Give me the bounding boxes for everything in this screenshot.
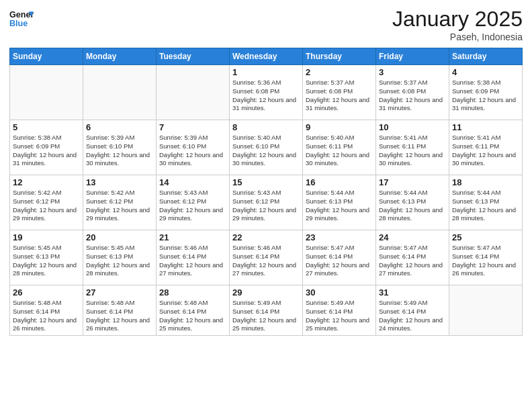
table-row: 23Sunrise: 5:47 AM Sunset: 6:14 PM Dayli… [303,230,376,285]
day-number: 19 [13,232,80,242]
day-number: 7 [159,122,226,132]
day-info: Sunrise: 5:43 AM Sunset: 6:12 PM Dayligh… [232,189,300,223]
day-info: Sunrise: 5:41 AM Sunset: 6:11 PM Dayligh… [452,134,519,168]
day-info: Sunrise: 5:46 AM Sunset: 6:14 PM Dayligh… [232,244,300,278]
calendar-week-4: 19Sunrise: 5:45 AM Sunset: 6:13 PM Dayli… [10,230,523,285]
header: General Blue January 2025 Paseh, Indones… [9,7,523,42]
day-number: 17 [379,177,446,187]
day-info: Sunrise: 5:37 AM Sunset: 6:08 PM Dayligh… [379,79,446,113]
day-number: 6 [86,122,153,132]
table-row: 27Sunrise: 5:48 AM Sunset: 6:14 PM Dayli… [83,285,157,336]
table-row: 3Sunrise: 5:37 AM Sunset: 6:08 PM Daylig… [376,65,449,120]
day-info: Sunrise: 5:48 AM Sunset: 6:14 PM Dayligh… [13,299,80,333]
svg-text:Blue: Blue [9,19,28,28]
day-number: 27 [86,287,153,298]
table-row: 16Sunrise: 5:44 AM Sunset: 6:13 PM Dayli… [303,175,376,230]
table-row [83,65,157,120]
day-info: Sunrise: 5:36 AM Sunset: 6:08 PM Dayligh… [232,79,300,113]
day-info: Sunrise: 5:42 AM Sunset: 6:12 PM Dayligh… [86,189,153,223]
table-row: 20Sunrise: 5:45 AM Sunset: 6:13 PM Dayli… [83,230,157,285]
col-friday: Friday [376,48,449,65]
day-number: 25 [452,232,519,242]
table-row: 17Sunrise: 5:44 AM Sunset: 6:13 PM Dayli… [376,175,449,230]
location: Paseh, Indonesia [392,32,523,42]
title-section: January 2025 Paseh, Indonesia [392,7,523,42]
day-info: Sunrise: 5:47 AM Sunset: 6:14 PM Dayligh… [379,244,446,278]
calendar-week-3: 12Sunrise: 5:42 AM Sunset: 6:12 PM Dayli… [10,175,523,230]
header-row: Sunday Monday Tuesday Wednesday Thursday… [10,48,523,65]
day-info: Sunrise: 5:39 AM Sunset: 6:10 PM Dayligh… [159,134,226,168]
col-tuesday: Tuesday [157,48,230,65]
day-info: Sunrise: 5:44 AM Sunset: 6:13 PM Dayligh… [306,189,373,223]
day-number: 3 [379,67,446,77]
table-row: 10Sunrise: 5:41 AM Sunset: 6:11 PM Dayli… [376,120,449,175]
day-number: 4 [452,67,519,77]
day-number: 20 [86,232,153,242]
day-number: 10 [379,122,446,132]
day-info: Sunrise: 5:49 AM Sunset: 6:14 PM Dayligh… [306,299,373,333]
calendar: Sunday Monday Tuesday Wednesday Thursday… [9,48,523,336]
table-row: 18Sunrise: 5:44 AM Sunset: 6:13 PM Dayli… [449,175,523,230]
day-info: Sunrise: 5:40 AM Sunset: 6:10 PM Dayligh… [232,134,300,168]
day-number: 1 [232,67,300,77]
day-number: 11 [452,122,519,132]
day-info: Sunrise: 5:43 AM Sunset: 6:12 PM Dayligh… [159,189,226,223]
table-row: 19Sunrise: 5:45 AM Sunset: 6:13 PM Dayli… [10,230,83,285]
col-wednesday: Wednesday [230,48,303,65]
table-row: 6Sunrise: 5:39 AM Sunset: 6:10 PM Daylig… [83,120,157,175]
table-row: 15Sunrise: 5:43 AM Sunset: 6:12 PM Dayli… [230,175,303,230]
table-row: 2Sunrise: 5:37 AM Sunset: 6:08 PM Daylig… [303,65,376,120]
day-number: 24 [379,232,446,242]
day-info: Sunrise: 5:47 AM Sunset: 6:14 PM Dayligh… [306,244,373,278]
col-monday: Monday [83,48,157,65]
day-info: Sunrise: 5:37 AM Sunset: 6:08 PM Dayligh… [306,79,373,113]
table-row: 21Sunrise: 5:46 AM Sunset: 6:14 PM Dayli… [157,230,230,285]
day-number: 12 [13,177,80,187]
day-number: 26 [13,287,80,298]
table-row [10,65,83,120]
day-number: 31 [379,287,446,298]
day-number: 5 [13,122,80,132]
calendar-week-2: 5Sunrise: 5:38 AM Sunset: 6:09 PM Daylig… [10,120,523,175]
logo-icon: General Blue [9,7,34,31]
day-number: 30 [306,287,373,298]
day-number: 29 [232,287,300,298]
calendar-week-5: 26Sunrise: 5:48 AM Sunset: 6:14 PM Dayli… [10,285,523,336]
table-row: 26Sunrise: 5:48 AM Sunset: 6:14 PM Dayli… [10,285,83,336]
table-row: 30Sunrise: 5:49 AM Sunset: 6:14 PM Dayli… [303,285,376,336]
table-row: 4Sunrise: 5:38 AM Sunset: 6:09 PM Daylig… [449,65,523,120]
day-number: 18 [452,177,519,187]
day-info: Sunrise: 5:48 AM Sunset: 6:14 PM Dayligh… [86,299,153,333]
table-row: 1Sunrise: 5:36 AM Sunset: 6:08 PM Daylig… [230,65,303,120]
col-thursday: Thursday [303,48,376,65]
day-number: 15 [232,177,300,187]
table-row: 13Sunrise: 5:42 AM Sunset: 6:12 PM Dayli… [83,175,157,230]
table-row: 31Sunrise: 5:49 AM Sunset: 6:14 PM Dayli… [376,285,449,336]
day-number: 28 [159,287,226,298]
calendar-week-1: 1Sunrise: 5:36 AM Sunset: 6:08 PM Daylig… [10,65,523,120]
col-sunday: Sunday [10,48,83,65]
col-saturday: Saturday [449,48,523,65]
table-row: 9Sunrise: 5:40 AM Sunset: 6:11 PM Daylig… [303,120,376,175]
day-info: Sunrise: 5:44 AM Sunset: 6:13 PM Dayligh… [452,189,519,223]
table-row: 12Sunrise: 5:42 AM Sunset: 6:12 PM Dayli… [10,175,83,230]
day-number: 21 [159,232,226,242]
day-info: Sunrise: 5:49 AM Sunset: 6:14 PM Dayligh… [232,299,300,333]
month-title: January 2025 [392,7,523,32]
table-row: 5Sunrise: 5:38 AM Sunset: 6:09 PM Daylig… [10,120,83,175]
day-info: Sunrise: 5:47 AM Sunset: 6:14 PM Dayligh… [452,244,519,278]
table-row: 24Sunrise: 5:47 AM Sunset: 6:14 PM Dayli… [376,230,449,285]
table-row: 29Sunrise: 5:49 AM Sunset: 6:14 PM Dayli… [230,285,303,336]
day-info: Sunrise: 5:39 AM Sunset: 6:10 PM Dayligh… [86,134,153,168]
day-info: Sunrise: 5:42 AM Sunset: 6:12 PM Dayligh… [13,189,80,223]
table-row: 11Sunrise: 5:41 AM Sunset: 6:11 PM Dayli… [449,120,523,175]
table-row: 25Sunrise: 5:47 AM Sunset: 6:14 PM Dayli… [449,230,523,285]
day-number: 16 [306,177,373,187]
table-row: 8Sunrise: 5:40 AM Sunset: 6:10 PM Daylig… [230,120,303,175]
table-row: 28Sunrise: 5:48 AM Sunset: 6:14 PM Dayli… [157,285,230,336]
day-info: Sunrise: 5:38 AM Sunset: 6:09 PM Dayligh… [452,79,519,113]
day-info: Sunrise: 5:38 AM Sunset: 6:09 PM Dayligh… [13,134,80,168]
page: General Blue January 2025 Paseh, Indones… [0,0,532,411]
table-row: 7Sunrise: 5:39 AM Sunset: 6:10 PM Daylig… [157,120,230,175]
table-row: 22Sunrise: 5:46 AM Sunset: 6:14 PM Dayli… [230,230,303,285]
